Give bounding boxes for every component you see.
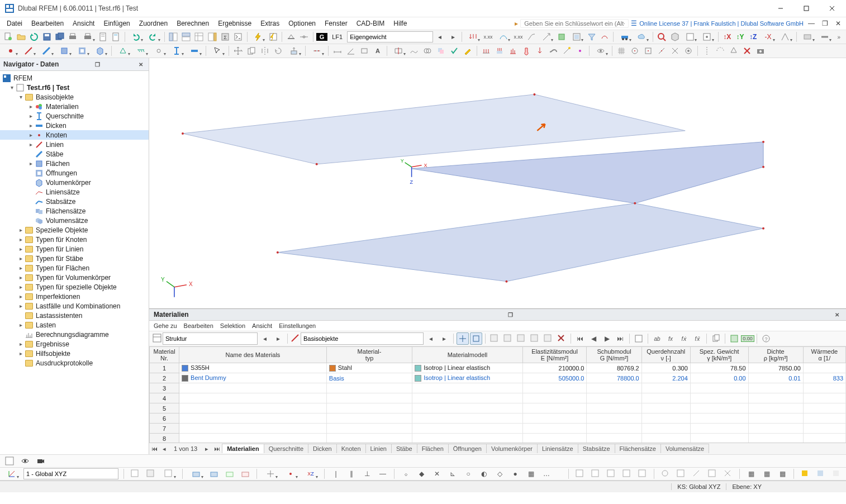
animate-button[interactable] xyxy=(598,31,610,43)
calc-params-button[interactable] xyxy=(267,31,279,43)
snap1-button[interactable] xyxy=(629,45,641,57)
snap-int[interactable]: ✕ xyxy=(431,468,443,480)
right-btn-10[interactable] xyxy=(722,468,734,480)
materials-table[interactable]: Material Nr. Name des Materials Material… xyxy=(149,346,846,443)
pipe-button[interactable] xyxy=(547,45,559,57)
point-button[interactable] xyxy=(574,45,586,57)
cs-btn-3[interactable] xyxy=(160,468,177,480)
scale-button[interactable] xyxy=(538,31,554,43)
panel-btn-c[interactable] xyxy=(515,332,527,345)
panel-goto-first-button[interactable]: ⏮ xyxy=(574,332,586,345)
panel-btn-a[interactable] xyxy=(488,332,501,345)
close-button[interactable] xyxy=(819,0,845,17)
navigator-tree[interactable]: RFEM ▾ Test.rf6 | Test ▾ Basisobjekte ▸M… xyxy=(0,71,149,454)
expand-icon[interactable]: ▸ xyxy=(17,341,25,347)
cs-xz-button[interactable]: XZ xyxy=(302,468,319,480)
deform-button[interactable] xyxy=(525,31,537,43)
print-dropdown[interactable] xyxy=(80,31,96,43)
snap-more[interactable]: … xyxy=(540,468,553,480)
temp-load-button[interactable] xyxy=(520,45,533,57)
cs-btn-2[interactable] xyxy=(145,468,157,480)
tree-model[interactable]: ▾ Test.rf6 | Test xyxy=(0,83,149,92)
right-grid-2[interactable]: ▦ xyxy=(761,468,773,480)
snap-a[interactable]: | xyxy=(330,468,342,480)
table-row[interactable]: 4 xyxy=(150,393,846,403)
snap-grid[interactable]: ▦ xyxy=(525,468,537,480)
snap-near[interactable]: ◇ xyxy=(493,468,506,480)
cs-grid2-button[interactable] xyxy=(208,468,220,480)
rotate-button[interactable] xyxy=(272,45,284,57)
dim-button[interactable] xyxy=(331,45,344,57)
tree-spezielle[interactable]: ▸Spezielle Objekte xyxy=(0,225,149,235)
table-row[interactable]: 6 xyxy=(150,413,846,424)
col-model[interactable]: Materialmodell xyxy=(412,347,523,363)
panel-btn-d[interactable] xyxy=(529,332,541,345)
snap-settings-button[interactable] xyxy=(682,45,695,57)
undo-button[interactable] xyxy=(128,31,144,43)
panel-next2-button[interactable]: ▸ xyxy=(438,332,450,345)
tree-typen-knoten[interactable]: ▸Typen für Knoten xyxy=(0,235,149,244)
tree-oeffnungen[interactable]: Öffnungen xyxy=(0,168,149,178)
snap-b[interactable]: ∥ xyxy=(345,468,358,480)
expand-icon[interactable]: ▸ xyxy=(27,122,35,129)
select-button[interactable] xyxy=(209,45,226,57)
snap4-button[interactable] xyxy=(669,45,681,57)
grid-toggle-button[interactable] xyxy=(615,45,628,57)
tab-materialien[interactable]: Materialien xyxy=(222,444,264,453)
render-button[interactable] xyxy=(800,31,816,43)
expand-icon[interactable]: ▸ xyxy=(17,274,25,280)
tab-dicken[interactable]: Dicken xyxy=(308,444,337,453)
expand-icon[interactable]: ▸ xyxy=(17,350,25,356)
expand-icon[interactable]: ▸ xyxy=(17,246,25,252)
new-surface-button[interactable] xyxy=(56,45,73,57)
tree-hilfsobj[interactable]: ▸Hilfsobjekte xyxy=(0,349,149,358)
guide3-button[interactable] xyxy=(728,45,740,57)
collapse-icon[interactable]: ▾ xyxy=(17,94,25,100)
right-btn-8[interactable] xyxy=(691,468,703,480)
print-button[interactable] xyxy=(67,31,79,43)
panel-menu-ansicht[interactable]: Ansicht xyxy=(252,322,272,329)
panel-combo-structure[interactable] xyxy=(163,332,258,345)
menu-bearbeiten[interactable]: Bearbeiten xyxy=(27,18,68,28)
camera-button[interactable] xyxy=(754,45,767,57)
tree-typen-staebe[interactable]: ▸Typen für Stäbe xyxy=(0,254,149,263)
section-button[interactable] xyxy=(168,45,185,57)
tree-basisobjekte[interactable]: ▾ Basisobjekte xyxy=(0,92,149,102)
cs-combo[interactable] xyxy=(23,468,118,479)
collapse-icon[interactable]: ▾ xyxy=(8,84,16,91)
mdi-minimize-button[interactable]: — xyxy=(806,18,817,28)
col-alpha[interactable]: Wärmede α [1/ xyxy=(803,347,845,363)
tree-root[interactable]: RFEM xyxy=(0,73,149,83)
iso2-button[interactable] xyxy=(568,31,584,43)
snap-tan[interactable]: ◐ xyxy=(478,468,490,480)
tree-ausdruck[interactable]: Ausdruckprotokolle xyxy=(0,358,149,368)
tree-ergebnisse[interactable]: ▸Ergebnisse xyxy=(0,339,149,349)
right-btn-1[interactable] xyxy=(574,468,586,480)
cs-grid3-button[interactable] xyxy=(224,468,236,480)
view-user-button[interactable] xyxy=(699,31,715,43)
save-all-button[interactable] xyxy=(54,31,66,43)
tree-typen-linien[interactable]: ▸Typen für Linien xyxy=(0,244,149,254)
panel-fx3-button[interactable]: fẍ xyxy=(691,332,704,345)
view-list-button[interactable] xyxy=(682,31,698,43)
save-button[interactable] xyxy=(41,31,53,43)
support-line-button[interactable] xyxy=(132,45,149,57)
menu-hilfe[interactable]: Hilfe xyxy=(389,18,411,28)
cs-grid-button[interactable] xyxy=(188,468,205,480)
minimize-button[interactable] xyxy=(768,0,793,17)
tree-typen-flaechen[interactable]: ▸Typen für Flächen xyxy=(0,263,149,273)
tabs-prev-button[interactable]: ◂ xyxy=(159,445,169,453)
free-load-button[interactable] xyxy=(507,45,519,57)
thickness-button[interactable] xyxy=(186,45,203,57)
panel-btn-b[interactable] xyxy=(502,332,514,345)
new-node-button[interactable] xyxy=(2,45,19,57)
menu-optionen[interactable]: Optionen xyxy=(284,18,320,28)
tree-lastfaelle[interactable]: ▸Lastfälle und Kombinationen xyxy=(0,301,149,311)
right-btn-9[interactable] xyxy=(706,468,719,480)
tabs-last-button[interactable]: ⏭ xyxy=(212,445,222,452)
expand-icon[interactable]: ▸ xyxy=(17,303,25,309)
wp-eye-button[interactable] xyxy=(19,455,31,467)
mirror-button[interactable] xyxy=(259,45,271,57)
report2-button[interactable] xyxy=(110,31,122,43)
right-btn-7[interactable] xyxy=(675,468,687,480)
